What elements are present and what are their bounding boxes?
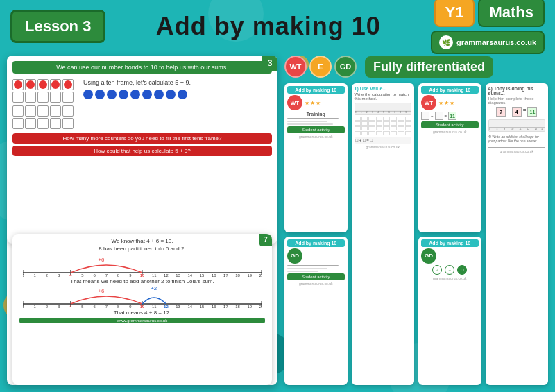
top-right-badges: Y1 Maths 🌿 grammarsaurus.co.uk xyxy=(431,0,545,54)
worksheet-tony[interactable]: 4) Tony is doing his sums... Help him co… xyxy=(486,83,549,385)
red-counter xyxy=(64,80,72,89)
ws6-diagrams: 7 + 4 = 11 xyxy=(488,107,546,117)
svg-text:11: 11 xyxy=(519,128,521,130)
worksheet-col-1: Add by making 10 WT ★ ★ ★ Training xyxy=(284,83,348,385)
slide-right-content: Using a ten frame, let's calculate 5 + 9… xyxy=(79,79,272,99)
ten-frame-top xyxy=(12,79,74,103)
star-1: ★ xyxy=(305,100,309,106)
brand-icon: 🌿 xyxy=(439,35,453,49)
svg-text:8: 8 xyxy=(400,111,401,114)
worksheet-gd-2[interactable]: Add by making 10 GD 2 + 11 grammarsaurus… xyxy=(418,237,481,386)
cell xyxy=(25,92,36,103)
svg-text:9: 9 xyxy=(129,304,132,307)
svg-text:3: 3 xyxy=(372,111,373,114)
val3: 11 xyxy=(527,107,537,117)
ws1-lines xyxy=(287,118,345,125)
cell xyxy=(50,92,61,103)
svg-text:1: 1 xyxy=(361,111,362,114)
svg-text:13: 13 xyxy=(534,128,536,130)
svg-text:8: 8 xyxy=(496,128,497,130)
blue-counter xyxy=(95,90,105,99)
year-badge: Y1 xyxy=(434,0,475,27)
box1 xyxy=(421,112,429,120)
worksheets-grid: Add by making 10 WT ★ ★ ★ Training xyxy=(284,83,548,385)
slide-3[interactable]: 3 We can use our number bonds to 10 to h… xyxy=(7,56,278,244)
svg-text:8: 8 xyxy=(117,304,120,307)
line xyxy=(287,271,318,272)
cell xyxy=(37,79,49,90)
number-line-2: +6 +2 0 1 2 3 4 5 6 7 8 9 10 11 xyxy=(23,286,262,308)
svg-text:16: 16 xyxy=(212,304,216,307)
svg-text:15: 15 xyxy=(200,273,205,276)
svg-text:+6: +6 xyxy=(99,287,105,293)
svg-text:3: 3 xyxy=(58,304,60,307)
ws5-header: Add by making 10 xyxy=(421,239,479,247)
ws3-footer: grammarsaurus.co.uk xyxy=(355,145,412,149)
slide-7[interactable]: 7 We know that 4 + 6 = 10. 8 has been pa… xyxy=(12,234,272,386)
ws1-header: Add by making 10 xyxy=(287,86,345,94)
plus1: + xyxy=(431,114,434,118)
slide2-text2: 8 has been partitioned into 6 and 2. xyxy=(19,246,265,252)
cell xyxy=(50,79,61,90)
diag1: 7 + 4 = 11 xyxy=(496,107,537,117)
svg-text:14: 14 xyxy=(188,304,193,307)
cell xyxy=(50,105,61,117)
e-circle: E xyxy=(309,56,332,78)
ten-frame-bottom xyxy=(12,105,74,129)
svg-text:+6: +6 xyxy=(99,256,105,262)
ws4-formula-row: + = 11 xyxy=(421,112,479,120)
cell xyxy=(62,118,74,129)
ws2-action-btn[interactable]: Student activity xyxy=(287,273,345,280)
wt-circle: WT xyxy=(284,56,307,78)
ws5-badge: GD xyxy=(421,248,436,264)
ws3-number-line: 0 1 2 3 4 5 6 7 8 9 xyxy=(355,103,412,115)
svg-text:20: 20 xyxy=(259,304,262,307)
svg-text:11: 11 xyxy=(152,304,157,307)
svg-text:16: 16 xyxy=(212,273,216,276)
ws2-badge-row: GD xyxy=(287,248,345,264)
ws1-action-btn[interactable]: Student activity xyxy=(287,126,345,133)
ws5-footer: grammarsaurus.co.uk xyxy=(421,276,479,280)
ws2-lines xyxy=(287,265,345,272)
brand-name: grammarsaurus.co.uk xyxy=(456,38,536,46)
ws6-write-line xyxy=(488,147,546,148)
ws4-badge: WT xyxy=(421,95,436,110)
arc-svg-2: +6 +2 0 1 2 3 4 5 6 7 8 9 10 11 xyxy=(23,286,262,308)
ws4-action-btn[interactable]: Student activity xyxy=(421,121,479,128)
page-title: Add by making 10 xyxy=(156,12,381,40)
ws6-nl-svg: 7 8 9 10 11 12 13 14 xyxy=(489,120,545,131)
ten-frames xyxy=(12,79,74,129)
ws6-challenge: 4) Write an addition challenge for your … xyxy=(488,135,546,143)
blue-counter xyxy=(83,90,93,99)
svg-text:10: 10 xyxy=(140,304,145,307)
cell xyxy=(12,79,24,90)
header: Lesson 3 Add by making 10 Y1 Maths 🌿 gra… xyxy=(0,0,555,52)
svg-text:2: 2 xyxy=(366,111,368,114)
svg-text:18: 18 xyxy=(235,304,240,307)
diff-level-circles: WT E GD xyxy=(284,56,357,78)
worksheet-main[interactable]: 1) Use value... Write the calculation to… xyxy=(352,83,415,385)
slide-instruction: Using a ten frame, let's calculate 5 + 9… xyxy=(83,79,272,86)
cell xyxy=(25,118,36,129)
cell xyxy=(12,92,24,103)
ws6-header: 4) Tony is doing his sums... xyxy=(488,86,546,96)
worksheet-gd-1[interactable]: Add by making 10 GD Student activity gra… xyxy=(284,237,348,386)
ws6-title: Help him complete these diagrams. xyxy=(488,96,546,105)
ws3-grid xyxy=(355,117,412,135)
svg-text:11: 11 xyxy=(152,273,157,276)
svg-text:2: 2 xyxy=(46,304,48,307)
slide-number-3: 3 xyxy=(262,56,278,71)
number-line-1: +6 0 1 2 3 4 5 6 7 8 9 10 11 12 13 14 xyxy=(23,255,262,277)
ws5-badge-row: GD xyxy=(421,248,479,264)
circle-val1: 2 xyxy=(432,265,442,275)
svg-text:6: 6 xyxy=(388,111,390,114)
svg-text:1: 1 xyxy=(34,304,37,307)
svg-text:7: 7 xyxy=(105,273,108,276)
svg-text:15: 15 xyxy=(200,304,205,307)
svg-text:3: 3 xyxy=(58,273,60,276)
blue-counter xyxy=(130,90,140,99)
slide2-text1: We know that 4 + 6 = 10. xyxy=(19,238,265,244)
worksheet-wt-2[interactable]: Add by making 10 WT ★ ★ ★ xyxy=(418,83,481,232)
worksheet-wt-training[interactable]: Add by making 10 WT ★ ★ ★ Training xyxy=(284,83,348,232)
svg-text:14: 14 xyxy=(541,128,543,130)
